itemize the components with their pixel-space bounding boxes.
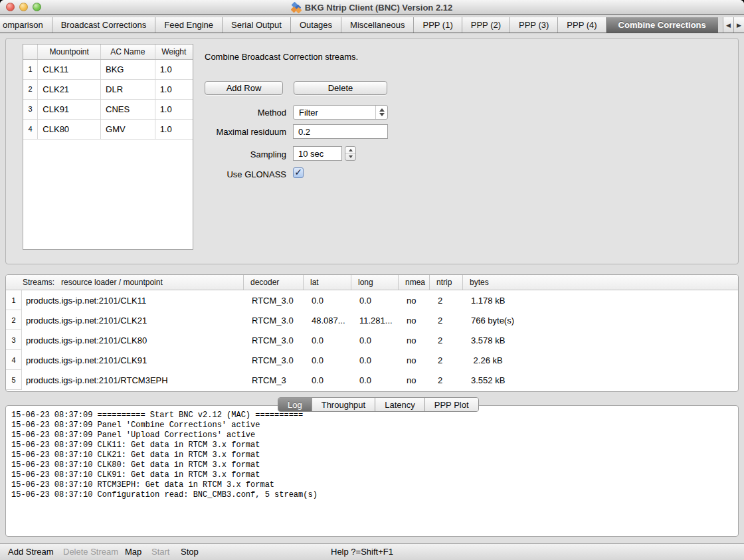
map-button[interactable]: Map [125,547,141,557]
tab-outages[interactable]: Outages [290,17,341,33]
delete-button[interactable]: Delete [294,81,387,95]
stream-mountpoint[interactable]: products.igs-ip.net:2101/CLK80 [22,330,243,350]
header-bytes[interactable]: bytes [462,275,738,290]
cell-weight[interactable]: 1.0 [155,59,193,79]
tab-ppp-2[interactable]: PPP (2) [462,17,510,33]
cell-ac-name[interactable]: BKG [101,59,155,79]
stream-bytes[interactable]: 766 byte(s) [462,310,738,330]
stream-lat[interactable]: 0.0 [303,290,351,310]
cell-mountpoint[interactable]: CLK91 [38,99,101,119]
stream-ntrip[interactable]: 2 [429,370,462,390]
stream-ntrip[interactable]: 2 [429,310,462,330]
stream-decoder[interactable]: RTCM_3.0 [243,290,303,310]
stream-bytes[interactable]: 3.578 kB [462,330,738,350]
log-line: 15-06-23 08:37:10 CLK91: Get data in RTC… [11,470,738,480]
stream-row[interactable]: 3 products.igs-ip.net:2101/CLK80 RTCM_3.… [6,330,738,350]
stream-ntrip[interactable]: 2 [429,350,462,370]
cell-mountpoint[interactable]: CLK80 [38,119,101,139]
stream-lat[interactable]: 0.0 [303,370,351,390]
tab-latency[interactable]: Latency [375,398,424,411]
cell-ac-name[interactable]: CNES [101,99,155,119]
log-output-area[interactable]: 15-06-23 08:37:09 ========== Start BNC v… [5,405,739,537]
stream-decoder[interactable]: RTCM_3.0 [243,310,303,330]
stream-nmea[interactable]: no [398,310,429,330]
action-bar: Add Stream Delete Stream Map Start Stop … [0,543,744,560]
header-ntrip[interactable]: ntrip [429,275,462,290]
use-glonass-checkbox[interactable]: ✓ [293,167,304,178]
stream-nmea[interactable]: no [398,350,429,370]
tab-scroll-left-icon[interactable]: ◀ [723,17,733,33]
stream-lat[interactable]: 0.0 [303,350,351,370]
table-row[interactable]: 3 CLK91 CNES 1.0 [23,99,193,119]
header-mountpoint[interactable]: Mountpoint [38,45,101,59]
tab-scroll-right-icon[interactable]: ▶ [733,17,744,33]
stream-lat[interactable]: 0.0 [303,330,351,350]
stream-decoder[interactable]: RTCM_3 [243,370,303,390]
cell-mountpoint[interactable]: CLK21 [38,79,101,99]
cell-weight[interactable]: 1.0 [155,79,193,99]
stream-long[interactable]: 0.0 [351,370,398,390]
stream-long[interactable]: 0.0 [351,350,398,370]
add-stream-button[interactable]: Add Stream [8,547,54,557]
stream-mountpoint[interactable]: products.igs-ip.net:2101/CLK21 [22,310,243,330]
stream-nmea[interactable]: no [398,330,429,350]
method-dropdown[interactable]: Filter [293,105,388,120]
maximal-residuum-field[interactable]: 0.2 [293,124,388,139]
table-row[interactable]: 1 CLK11 BKG 1.0 [23,59,193,79]
tab-miscellaneous[interactable]: Miscellaneous [341,17,413,33]
tab-broadcast-corrections[interactable]: Broadcast Corrections [52,17,155,33]
stream-row[interactable]: 4 products.igs-ip.net:2101/CLK91 RTCM_3.… [6,350,738,370]
stream-row[interactable]: 1 products.igs-ip.net:2101/CLK11 RTCM_3.… [6,290,738,310]
tab-ppp-plot[interactable]: PPP Plot [424,398,478,411]
header-decoder[interactable]: decoder [243,275,303,290]
header-ac-name[interactable]: AC Name [101,45,155,59]
stream-ntrip[interactable]: 2 [429,290,462,310]
stream-nmea[interactable]: no [398,370,429,390]
stream-mountpoint[interactable]: products.igs-ip.net:2101/RTCM3EPH [22,370,243,390]
tab-serial-output[interactable]: Serial Output [222,17,290,33]
header-weight[interactable]: Weight [155,45,193,59]
stream-long[interactable]: 11.281... [351,310,398,330]
header-lat[interactable]: lat [303,275,351,290]
cell-mountpoint[interactable]: CLK11 [38,59,101,79]
tab-ppp-1[interactable]: PPP (1) [413,17,461,33]
stream-bytes[interactable]: 2.26 kB [462,350,738,370]
table-row[interactable]: 2 CLK21 DLR 1.0 [23,79,193,99]
header-long[interactable]: long [351,275,398,290]
stream-nmea[interactable]: no [398,290,429,310]
stream-decoder[interactable]: RTCM_3.0 [243,350,303,370]
use-glonass-label: Use GLONASS [183,169,286,179]
add-row-button[interactable]: Add Row [205,81,283,95]
sampling-field[interactable]: 10 sec [293,146,342,161]
stream-row[interactable]: 2 products.igs-ip.net:2101/CLK21 RTCM_3.… [6,310,738,330]
tab-ppp-3[interactable]: PPP (3) [510,17,557,33]
cell-ac-name[interactable]: GMV [101,119,155,139]
sampling-stepper[interactable] [345,146,356,161]
tab-comparison[interactable]: omparison [0,17,52,33]
tab-log[interactable]: Log [278,398,312,411]
stream-row[interactable]: 5 products.igs-ip.net:2101/RTCM3EPH RTCM… [6,370,738,390]
stepper-up-icon[interactable] [345,147,355,154]
stream-bytes[interactable]: 3.552 kB [462,370,738,390]
stream-ntrip[interactable]: 2 [429,330,462,350]
tab-throughput[interactable]: Throughput [312,398,375,411]
stream-bytes[interactable]: 1.178 kB [462,290,738,310]
tab-ppp-4[interactable]: PPP (4) [557,17,605,33]
header-nmea[interactable]: nmea [398,275,429,290]
tab-feed-engine[interactable]: Feed Engine [155,17,222,33]
stream-decoder[interactable]: RTCM_3.0 [243,330,303,350]
stop-button[interactable]: Stop [181,547,199,557]
mountpoint-table-header: Mountpoint AC Name Weight [23,45,193,59]
cell-ac-name[interactable]: DLR [101,79,155,99]
window-title: BKG Ntrip Client (BNC) Version 2.12 [305,3,452,13]
stepper-down-icon[interactable] [345,154,355,161]
table-row[interactable]: 4 CLK80 GMV 1.0 [23,119,193,139]
stream-mountpoint[interactable]: products.igs-ip.net:2101/CLK11 [22,290,243,310]
stream-long[interactable]: 0.0 [351,290,398,310]
stream-mountpoint[interactable]: products.igs-ip.net:2101/CLK91 [22,350,243,370]
tab-combine-corrections[interactable]: Combine Corrections [606,17,718,33]
stream-long[interactable]: 0.0 [351,330,398,350]
header-streams-mountpoint[interactable]: Streams: resource loader / mountpoint [6,275,243,290]
log-line: 15-06-23 08:37:10 RTCM3EPH: Get data in … [11,480,738,490]
stream-lat[interactable]: 48.087... [303,310,351,330]
